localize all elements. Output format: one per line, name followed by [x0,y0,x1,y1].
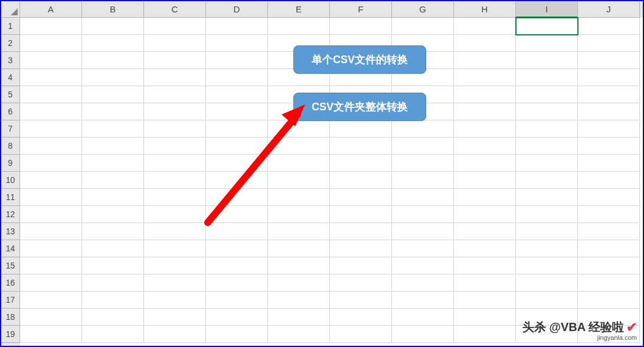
row-header[interactable]: 5 [1,86,20,103]
cell[interactable] [268,240,330,257]
cell[interactable] [144,155,206,172]
cell[interactable] [20,189,82,206]
cell[interactable] [330,223,392,240]
convert-csv-folder-button[interactable]: CSV文件夹整体转换 [293,93,426,121]
cell[interactable] [206,274,268,292]
cell[interactable] [330,120,392,138]
row-header[interactable]: 13 [1,223,20,240]
cell[interactable] [454,52,516,69]
cell[interactable] [82,292,144,309]
row-header[interactable]: 6 [1,103,20,120]
cell[interactable] [516,120,578,138]
column-header[interactable]: A [20,1,82,18]
cell[interactable] [144,240,206,257]
cell[interactable] [82,309,144,326]
cell[interactable] [268,206,330,223]
cell[interactable] [82,240,144,257]
cell[interactable] [82,86,144,103]
cell[interactable] [20,52,82,69]
select-all-corner[interactable] [1,1,20,18]
cell[interactable] [206,257,268,274]
cell[interactable] [206,309,268,326]
cell[interactable] [268,189,330,206]
cell[interactable] [454,257,516,274]
cell[interactable] [578,189,640,206]
cell[interactable] [454,138,516,155]
cell[interactable] [144,69,206,86]
cell[interactable] [578,223,640,240]
cell[interactable] [20,120,82,138]
cell[interactable] [454,35,516,52]
cell[interactable] [144,223,206,240]
cell[interactable] [206,240,268,257]
cell[interactable] [392,326,454,343]
column-header[interactable]: H [454,1,516,18]
cell[interactable] [330,240,392,257]
cell[interactable] [516,86,578,103]
cell[interactable] [578,103,640,120]
cell[interactable] [454,120,516,138]
row-header[interactable]: 7 [1,120,20,138]
column-header[interactable]: F [330,1,392,18]
cell[interactable] [144,86,206,103]
cell[interactable] [144,189,206,206]
cell[interactable] [144,18,206,35]
cell[interactable] [206,326,268,343]
cell[interactable] [268,155,330,172]
cell[interactable] [144,257,206,274]
cell[interactable] [330,206,392,223]
cell[interactable] [578,69,640,86]
cell[interactable] [392,274,454,292]
cell[interactable] [268,274,330,292]
cell[interactable] [144,52,206,69]
cell[interactable] [330,257,392,274]
row-header[interactable]: 4 [1,69,20,86]
cell[interactable] [268,309,330,326]
cell[interactable] [20,326,82,343]
cell[interactable] [516,206,578,223]
cell[interactable] [20,292,82,309]
row-header[interactable]: 11 [1,189,20,206]
cell[interactable] [454,326,516,343]
cell[interactable] [82,138,144,155]
cell[interactable] [206,103,268,120]
cell[interactable] [392,292,454,309]
cell[interactable] [82,155,144,172]
cell[interactable] [206,69,268,86]
cell[interactable] [578,138,640,155]
cell[interactable] [20,103,82,120]
cell[interactable] [516,138,578,155]
cell[interactable] [516,257,578,274]
cell[interactable] [516,103,578,120]
cell[interactable] [268,120,330,138]
row-header[interactable]: 9 [1,155,20,172]
column-header[interactable]: I [516,1,578,18]
cell[interactable] [454,69,516,86]
cell[interactable] [144,309,206,326]
cell[interactable] [454,223,516,240]
row-header[interactable]: 12 [1,206,20,223]
cell[interactable] [144,274,206,292]
cell[interactable] [144,138,206,155]
cell[interactable] [20,138,82,155]
cell[interactable] [144,103,206,120]
cell[interactable] [268,138,330,155]
cell[interactable] [206,292,268,309]
cell[interactable] [392,189,454,206]
cell[interactable] [206,223,268,240]
row-header[interactable]: 19 [1,326,20,343]
cell[interactable] [578,52,640,69]
row-header[interactable]: 14 [1,240,20,257]
cell[interactable] [82,18,144,35]
cell[interactable] [82,35,144,52]
cell[interactable] [268,257,330,274]
column-header[interactable]: D [206,1,268,18]
cell[interactable] [454,172,516,189]
cell[interactable] [20,240,82,257]
cell[interactable] [578,292,640,309]
cell[interactable] [82,69,144,86]
cell[interactable] [268,18,330,35]
row-header[interactable]: 15 [1,257,20,274]
row-header[interactable]: 3 [1,52,20,69]
cell[interactable] [82,223,144,240]
